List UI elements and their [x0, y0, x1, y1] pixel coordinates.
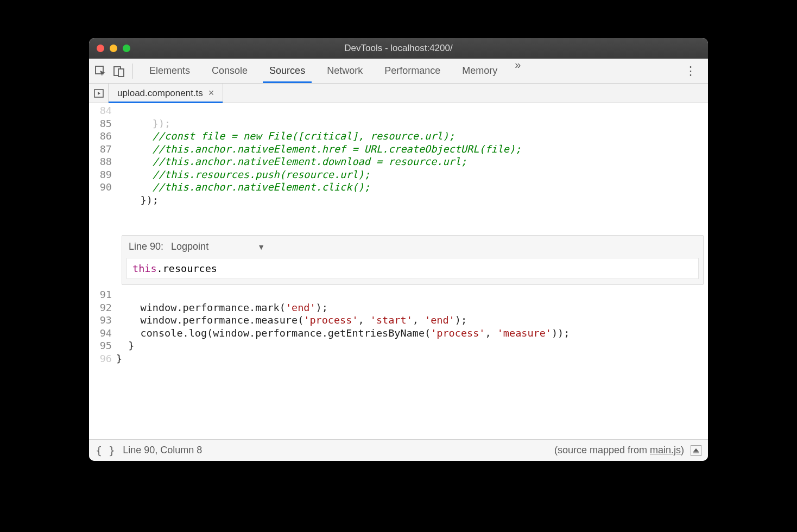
device-toolbar-icon[interactable] — [113, 65, 125, 77]
line-gutter[interactable]: 84858687888990 — [89, 103, 116, 232]
tab-sources[interactable]: Sources — [258, 59, 316, 83]
code-editor-continued[interactable]: 919293949596 window.performance.mark('en… — [89, 288, 708, 390]
inspect-element-icon[interactable] — [94, 65, 106, 77]
breakpoint-type-select[interactable]: Logpoint▼ — [168, 241, 265, 252]
svg-rect-2 — [118, 69, 124, 77]
panel-tabs: Elements Console Sources Network Perform… — [138, 59, 527, 83]
show-drawer-button[interactable] — [691, 445, 701, 456]
more-tabs-button[interactable]: » — [508, 59, 527, 83]
breakpoint-editor: Line 90: Logpoint▼ this.resources — [122, 235, 704, 285]
code-lines-bottom[interactable]: window.performance.mark('end'); window.p… — [116, 288, 708, 390]
tab-memory[interactable]: Memory — [451, 59, 508, 83]
cursor-position: Line 90, Column 8 — [123, 445, 202, 456]
svg-rect-4 — [693, 452, 699, 453]
editor-whitespace[interactable] — [89, 390, 708, 439]
navigator-toggle-button[interactable] — [89, 84, 109, 103]
chevron-down-icon: ▼ — [257, 243, 265, 251]
devtools-toolbar: Elements Console Sources Network Perform… — [89, 59, 708, 84]
code-lines-top[interactable]: }); //const file = new File([critical], … — [116, 103, 708, 232]
settings-menu-button[interactable]: ⋮ — [679, 64, 703, 78]
tab-console[interactable]: Console — [201, 59, 258, 83]
source-map-link[interactable]: main.js — [650, 445, 681, 455]
logpoint-expression-input[interactable]: this.resources — [126, 258, 699, 279]
file-tab-label: upload.component.ts — [117, 88, 203, 99]
file-tab-bar: upload.component.ts × — [89, 84, 708, 103]
tab-performance[interactable]: Performance — [374, 59, 451, 83]
titlebar[interactable]: DevTools - localhost:4200/ — [89, 38, 708, 59]
close-tab-icon[interactable]: × — [208, 87, 214, 99]
devtools-window: DevTools - localhost:4200/ Elements Cons… — [89, 38, 708, 461]
pretty-print-button[interactable]: { } — [96, 444, 123, 457]
status-bar: { } Line 90, Column 8 (source mapped fro… — [89, 439, 708, 461]
tab-elements[interactable]: Elements — [138, 59, 201, 83]
file-tab-upload-component[interactable]: upload.component.ts × — [109, 84, 223, 103]
line-gutter[interactable]: 919293949596 — [89, 288, 116, 390]
source-map-info: (source mapped from main.js) — [554, 445, 684, 456]
logpoint-line-label: Line 90: — [129, 241, 163, 252]
window-title: DevTools - localhost:4200/ — [89, 43, 708, 54]
tab-network[interactable]: Network — [316, 59, 374, 83]
code-editor[interactable]: 84858687888990 }); //const file = new Fi… — [89, 103, 708, 232]
